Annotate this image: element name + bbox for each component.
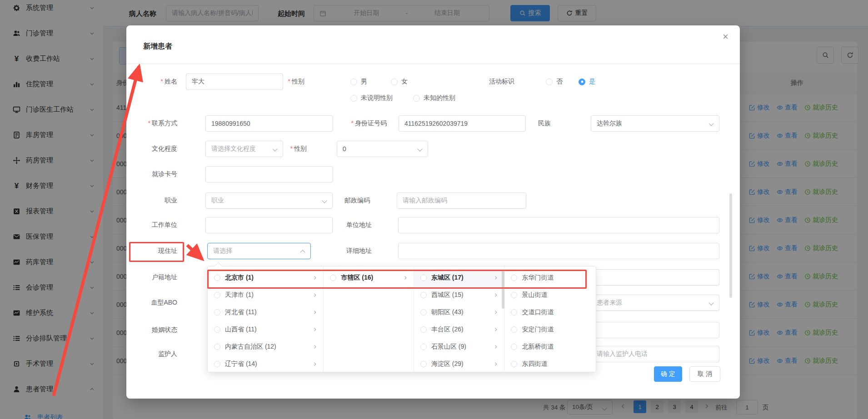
- chevron-right-icon: [312, 310, 318, 315]
- current-addr-cascader[interactable]: 请选择: [207, 243, 311, 259]
- radio-icon: [511, 344, 517, 350]
- radio-icon: [511, 275, 517, 281]
- cascader-option[interactable]: 东四街道: [504, 355, 596, 373]
- guardian-label: 监护人: [126, 350, 177, 358]
- chevron-right-icon: [403, 275, 408, 281]
- radio-icon: [511, 309, 517, 315]
- chevron-right-icon: [312, 361, 318, 367]
- radio-icon: [420, 344, 427, 350]
- cascader-option[interactable]: 北京市 (1): [208, 269, 323, 286]
- cascader-option[interactable]: 丰台区 (26): [414, 321, 504, 338]
- radio-icon: [420, 326, 427, 333]
- close-icon[interactable]: ×: [723, 32, 728, 42]
- dropdown-scrollbar[interactable]: [502, 270, 504, 309]
- work-unit-input[interactable]: [205, 217, 333, 233]
- radio-icon: [546, 79, 553, 85]
- chevron-right-icon: [312, 292, 318, 298]
- postcode-input[interactable]: 请输入邮政编码: [397, 192, 526, 209]
- cancel-button[interactable]: 取 消: [689, 366, 720, 382]
- radio-gender-female[interactable]: 女: [391, 74, 408, 90]
- chevron-right-icon: [493, 327, 499, 332]
- radio-active-no[interactable]: 否: [546, 74, 563, 90]
- chevron-right-icon: [312, 327, 318, 332]
- cascader-option[interactable]: 朝阳区 (43): [414, 304, 504, 321]
- marriage-label: 婚姻状态: [126, 326, 177, 334]
- modal-title: 新增患者: [143, 42, 172, 51]
- registered-addr-label: 户籍地址: [126, 273, 177, 281]
- radio-gender-unknown[interactable]: 未知的性别: [413, 90, 455, 106]
- current-addr-label: 现住址: [126, 247, 177, 255]
- radio-icon: [420, 361, 427, 367]
- radio-icon: [214, 309, 220, 315]
- required-marker: *: [161, 78, 163, 85]
- cascader-column: 东华门街道景山街道交道口街道安定门街道北新桥街道东四街道: [504, 266, 596, 372]
- chevron-right-icon: [493, 310, 499, 315]
- radio-icon: [413, 95, 420, 102]
- gender2-select[interactable]: 0: [337, 141, 428, 157]
- guardian-phone-input[interactable]: 请输入监护人电话: [591, 346, 719, 362]
- radio-icon: [391, 79, 398, 85]
- confirm-button[interactable]: 确 定: [654, 366, 682, 382]
- required-marker: *: [290, 145, 293, 152]
- nation-select[interactable]: 达斡尔族: [591, 115, 719, 132]
- cascader-option[interactable]: 海淀区 (29): [414, 355, 504, 373]
- cascader-column: 东城区 (17)西城区 (15)朝阳区 (43)丰台区 (26)石景山区 (9)…: [414, 266, 505, 372]
- radio-icon: [511, 292, 517, 298]
- cascader-option[interactable]: 天津市 (1): [208, 286, 323, 304]
- chevron-right-icon: [312, 344, 318, 350]
- radio-icon: [511, 326, 517, 333]
- cascader-option[interactable]: 山西省 (11): [208, 321, 323, 338]
- cascader-column: 北京市 (1)天津市 (1)河北省 (11)山西省 (11)内蒙古自治区 (12…: [208, 266, 324, 372]
- cascader-option[interactable]: 河北省 (11): [208, 304, 323, 321]
- cascader-option[interactable]: 内蒙古自治区 (12): [208, 338, 323, 355]
- cascader-option[interactable]: 交道口街道: [504, 304, 596, 321]
- patient-source-select[interactable]: 患者来源: [591, 295, 719, 311]
- radio-gender-male[interactable]: 男: [350, 74, 367, 90]
- gender2-label: *性别: [256, 145, 307, 153]
- cascader-option[interactable]: 东华门街道: [504, 269, 596, 286]
- modal-scrollbar[interactable]: [729, 193, 732, 298]
- address-cascader-dropdown: 北京市 (1)天津市 (1)河北省 (11)山西省 (11)内蒙古自治区 (12…: [207, 266, 596, 372]
- radio-icon: [511, 361, 517, 367]
- phone-input[interactable]: 19880991650: [205, 115, 333, 132]
- occupation-select[interactable]: 职业: [205, 192, 333, 209]
- detail-addr-input[interactable]: [398, 243, 719, 259]
- chevron-right-icon: [312, 275, 318, 281]
- radio-icon: [420, 292, 427, 298]
- idcard-label: *身份证号码: [331, 119, 387, 128]
- cascader-option[interactable]: 西城区 (15): [414, 286, 504, 304]
- radio-gender-unstated[interactable]: 未说明性别: [350, 90, 393, 106]
- radio-active-yes[interactable]: 是: [579, 74, 595, 90]
- cascader-option[interactable]: 景山街道: [504, 286, 596, 304]
- card-no-input[interactable]: [205, 166, 333, 182]
- cascader-option[interactable]: 东城区 (17): [414, 269, 504, 286]
- cascader-option[interactable]: 市辖区 (16): [324, 269, 414, 286]
- marriage-extra-input[interactable]: [591, 322, 719, 338]
- radio-selected-icon: [579, 79, 585, 85]
- modal-header-divider: [126, 64, 740, 64]
- radio-icon: [350, 95, 357, 102]
- name-label: *姓名: [126, 78, 177, 86]
- work-addr-input[interactable]: [398, 217, 719, 233]
- blood-type-label: 血型ABO: [126, 299, 177, 307]
- education-label: 文化程度: [126, 145, 177, 153]
- radio-icon: [214, 361, 220, 367]
- required-marker: *: [351, 119, 354, 127]
- cascader-option[interactable]: 北新桥街道: [504, 338, 596, 355]
- cascader-option[interactable]: 安定门街道: [504, 321, 596, 338]
- gender-label: *性别: [254, 78, 304, 86]
- required-marker: *: [148, 119, 150, 127]
- active-flag-label: 活动标识: [464, 78, 514, 86]
- nation-label: 民族: [500, 119, 551, 128]
- card-no-label: 就诊卡号: [126, 170, 177, 178]
- work-addr-label: 单位地址: [321, 221, 372, 229]
- add-patient-modal: 新增患者 × *姓名 牢大 *性别 男 女 活动标识 否 是 未说明性别 未知的…: [126, 25, 740, 399]
- radio-icon: [350, 79, 357, 85]
- cascader-option[interactable]: 石景山区 (9): [414, 338, 504, 355]
- chevron-right-icon: [493, 361, 499, 367]
- cascader-option[interactable]: 辽宁省 (14): [208, 355, 323, 373]
- radio-icon: [214, 275, 220, 281]
- required-marker: *: [288, 78, 290, 85]
- radio-icon: [420, 309, 427, 315]
- postcode-label: 邮政编码: [319, 197, 370, 205]
